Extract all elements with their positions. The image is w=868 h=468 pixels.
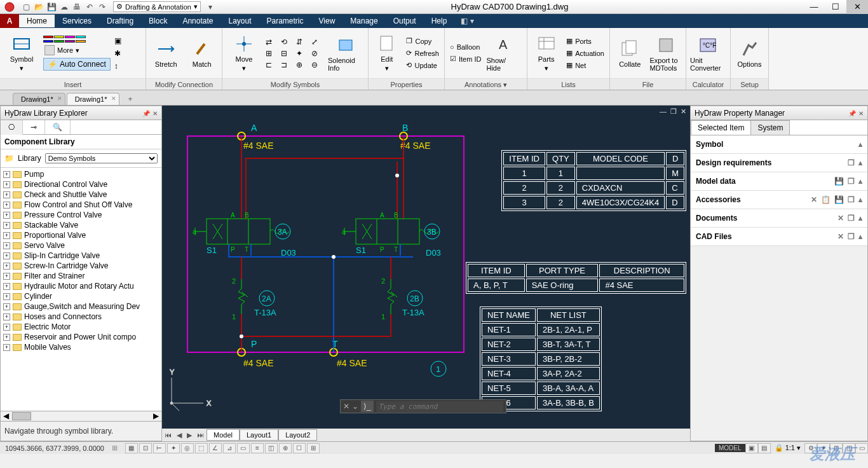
- copy-button[interactable]: ❐Copy: [405, 36, 440, 46]
- layout-tab-2[interactable]: Layout2: [278, 429, 317, 441]
- status-3dosnap-icon[interactable]: ⬚: [195, 443, 208, 453]
- status-sc-icon[interactable]: ☐: [293, 443, 306, 453]
- close-button[interactable]: ✕: [846, 0, 868, 14]
- tab-block[interactable]: Block: [141, 15, 175, 27]
- symbol-button[interactable]: Symbol ▾: [4, 34, 39, 72]
- qat-save-icon[interactable]: 💾: [46, 1, 57, 13]
- canvas-restore-icon[interactable]: ❐: [670, 107, 677, 116]
- status-ducs-icon[interactable]: ⊿: [223, 443, 236, 453]
- qat-print-icon[interactable]: 🖶: [71, 1, 83, 13]
- canvas-minimize-icon[interactable]: —: [660, 107, 667, 115]
- insert-icon-1[interactable]: ▣: [114, 36, 121, 45]
- maximize-button[interactable]: ☐: [825, 0, 846, 14]
- insert-icon-3[interactable]: ↕: [114, 62, 121, 71]
- expand-icon[interactable]: +: [3, 283, 10, 290]
- qat-redo-icon[interactable]: ↷: [97, 1, 108, 13]
- flip-icon[interactable]: ⇵: [296, 38, 309, 46]
- pm-tab-system[interactable]: System: [750, 120, 790, 135]
- lib-tab-component[interactable]: ⎔: [1, 120, 23, 135]
- close-icon[interactable]: ✕: [153, 110, 158, 117]
- parts-button[interactable]: Parts▾: [531, 34, 561, 72]
- collapse-icon[interactable]: ▴: [858, 232, 862, 241]
- canvas-close-icon[interactable]: ✕: [681, 107, 686, 116]
- copy-icon[interactable]: ❐: [848, 195, 855, 204]
- status-snap-icon[interactable]: ⊡: [139, 443, 152, 453]
- paste-icon[interactable]: 📋: [821, 195, 831, 204]
- status-polar-icon[interactable]: ✦: [167, 443, 180, 453]
- copy-icon[interactable]: ❐: [848, 214, 855, 223]
- lib-tab-zoom[interactable]: 🔍: [45, 120, 71, 134]
- tree-item[interactable]: +Gauge,Switch and Measuring Dev: [3, 301, 159, 312]
- expand-icon[interactable]: +: [3, 171, 10, 178]
- scale-icon[interactable]: ⤢: [311, 38, 324, 46]
- layout-tab-1[interactable]: Layout1: [240, 429, 278, 441]
- tree-item[interactable]: +Hydraulic Motor and Rotary Actu: [3, 281, 159, 291]
- tab-annotate[interactable]: Annotate: [175, 15, 220, 27]
- save-icon[interactable]: 💾: [834, 177, 844, 186]
- expand-icon[interactable]: +: [3, 191, 10, 198]
- net-button[interactable]: ▦Net: [565, 60, 606, 70]
- status-lwt-icon[interactable]: ≡: [251, 443, 264, 453]
- expand-icon[interactable]: +: [3, 202, 10, 209]
- tab-drafting[interactable]: Drafting: [99, 15, 141, 27]
- expand-icon[interactable]: +: [3, 212, 10, 219]
- tab-parametric[interactable]: Parametric: [259, 15, 311, 27]
- tree-item[interactable]: +Flow Control and Shut Off Valve: [3, 200, 159, 210]
- pm-section-accessories[interactable]: Accessories✕📋💾❐▴: [691, 191, 867, 209]
- status-grid-icon[interactable]: ▦: [125, 443, 138, 453]
- options-button[interactable]: Options: [735, 39, 764, 68]
- delete-icon[interactable]: ✕: [837, 214, 844, 223]
- expand-icon[interactable]: +: [3, 313, 10, 320]
- first-icon[interactable]: ⏮: [162, 430, 174, 440]
- expand-icon[interactable]: +: [3, 324, 10, 331]
- cmd-close-icon[interactable]: ✕: [343, 402, 349, 411]
- copy-icon[interactable]: ❐: [848, 158, 855, 167]
- tree-item[interactable]: +Servo Valve: [3, 240, 159, 251]
- pm-tab-selected[interactable]: Selected Item: [691, 120, 751, 135]
- collapse-icon[interactable]: ▴: [858, 195, 862, 204]
- showhide-button[interactable]: AShow/ Hide: [486, 35, 522, 72]
- pm-section-symbol[interactable]: Symbol▴: [691, 135, 867, 154]
- drawing-canvas[interactable]: — ❐ ✕ A B P T #4 SAE #4 SAE #4 SAE: [162, 106, 690, 441]
- insert-icon-2[interactable]: ✱: [114, 49, 121, 58]
- status-tpy-icon[interactable]: ◫: [265, 443, 278, 453]
- close-icon[interactable]: ✕: [111, 95, 116, 102]
- status-dyn-icon[interactable]: ▭: [237, 443, 250, 453]
- update-button[interactable]: ⟲Update: [405, 60, 440, 70]
- extend-icon[interactable]: ⊐: [281, 60, 294, 69]
- collapse-icon[interactable]: ▴: [858, 140, 862, 149]
- expand-icon[interactable]: +: [3, 222, 10, 229]
- pm-section-documents[interactable]: Documents✕❐▴: [691, 209, 867, 228]
- doc-tab[interactable]: Drawing1*✕: [67, 93, 119, 105]
- tree-item[interactable]: +Mobile Valves: [3, 342, 159, 352]
- mirror-h-icon[interactable]: ⇄: [266, 38, 278, 46]
- qat-undo-icon[interactable]: ↶: [84, 1, 95, 13]
- expand-icon[interactable]: +: [3, 181, 10, 188]
- tree-item[interactable]: +Directional Control Valve: [3, 179, 159, 189]
- command-input[interactable]: [376, 401, 503, 412]
- last-icon[interactable]: ⏭: [194, 430, 207, 440]
- tab-output[interactable]: Output: [386, 15, 424, 27]
- stretch-button[interactable]: Stretch: [150, 39, 182, 68]
- match-button[interactable]: Match: [186, 39, 219, 68]
- scale-label[interactable]: 1:1: [785, 444, 795, 451]
- unit-converter-button[interactable]: °C°FUnit Converter: [690, 35, 726, 72]
- status-clean-icon[interactable]: ▭: [855, 443, 868, 453]
- tree-item[interactable]: +Filter and Strainer: [3, 271, 159, 281]
- pm-section-design[interactable]: Design requirements❐▴: [691, 154, 867, 172]
- collapse-icon[interactable]: ▴: [858, 214, 862, 223]
- pin-icon[interactable]: 📌: [142, 110, 150, 117]
- tab-help[interactable]: Help: [424, 15, 455, 27]
- expand-icon[interactable]: +: [3, 344, 10, 351]
- tree-item[interactable]: +Proportional Valve: [3, 230, 159, 240]
- itemid-button[interactable]: ☑Item ID: [449, 54, 482, 64]
- balloon-button[interactable]: ○Balloon: [449, 43, 482, 52]
- panel-title-annotations[interactable]: Annotations ▾: [445, 78, 527, 90]
- tree-item[interactable]: +Check and Shuttle Valve: [3, 189, 159, 200]
- pm-section-cad[interactable]: CAD Files✕❐▴: [691, 228, 867, 246]
- ports-button[interactable]: ▦Ports: [565, 36, 606, 46]
- save-icon[interactable]: 💾: [834, 195, 844, 204]
- tree-item[interactable]: +Pump: [3, 169, 159, 179]
- status-osnap-icon[interactable]: ◎: [181, 443, 194, 453]
- more-button[interactable]: More ▾: [43, 45, 111, 56]
